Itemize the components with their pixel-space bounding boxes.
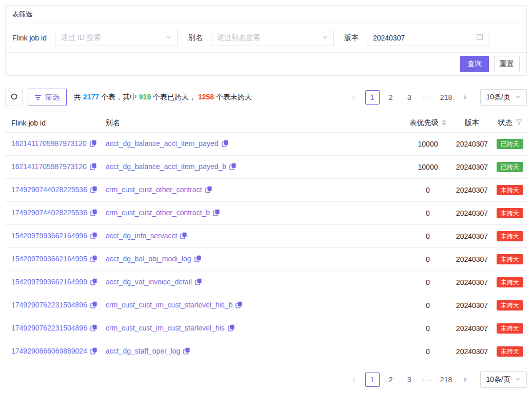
copy-icon[interactable] [213,209,220,218]
version-date-input[interactable]: 20240307 [367,30,489,46]
alias-label: 别名 [188,33,203,43]
alias-link[interactable]: crm_cust_cust_other_contract [106,185,202,194]
job-id-label: Flink job id [12,34,47,42]
prev-page-icon[interactable] [347,373,361,387]
page-button-1[interactable]: 1 [365,373,380,387]
version-cell: 20240307 [451,294,493,317]
table-row: 1749290866069889024 acct_dg_staff_oper_l… [5,340,527,363]
table-row: 1749290762231504896 crm_cust_cust_im_cus… [5,317,527,340]
version-cell: 20240307 [451,271,493,294]
copy-icon[interactable] [195,278,202,287]
chevron-down-icon [322,34,328,42]
copy-icon[interactable] [90,324,97,333]
copy-icon[interactable] [228,324,235,333]
alias-link[interactable]: acct_dg_bal_obj_modi_log [106,255,191,263]
table-row: 1542097993662164999 acct_dg_vat_invoice_… [5,271,527,294]
next-page-icon[interactable] [458,90,472,105]
priority-cell: 0 [405,224,451,247]
copy-icon[interactable] [229,163,237,172]
page-button-3[interactable]: 3 [402,373,417,387]
page-button-2[interactable]: 2 [384,373,398,387]
copy-icon[interactable] [90,278,97,287]
column-filter-icon[interactable] [516,119,522,127]
copy-icon[interactable] [90,140,97,149]
tables-table: Flink job id 别名 表优先级 版本 状态 [5,114,527,363]
copy-icon[interactable] [194,255,202,264]
job-id-link[interactable]: 1542097993662164996 [11,232,87,240]
filter-toggle-button[interactable]: 筛选 [28,89,67,106]
priority-cell: 10000 [405,155,451,178]
summary-total-count: 2177 [83,93,99,101]
job-id-select[interactable]: 通过 ID 搜索 [55,30,178,46]
job-id-link[interactable]: 1749290744028225536 [11,185,87,194]
col-header-status-label: 状态 [498,118,513,128]
copy-icon[interactable] [205,186,212,195]
copy-icon[interactable] [222,140,229,149]
job-id-link[interactable]: 1749290762231504896 [11,324,87,332]
filter-actions: 查询 重置 [6,53,526,75]
alias-link[interactable]: crm_cust_cust_im_cust_starlevel_his_b [106,301,232,309]
copy-icon[interactable] [90,232,97,241]
col-header-version: 版本 [451,114,493,132]
alias-select[interactable]: 通过别名搜索 [211,30,334,46]
sort-icon[interactable] [442,119,446,126]
job-id-link[interactable]: 1749290744028225536 [11,209,87,217]
alias-link[interactable]: acct_dg_balance_acct_item_payed [106,139,219,148]
page-button-2[interactable]: 2 [384,90,398,105]
page-size-select[interactable]: 10条/页 [480,89,527,106]
table-row: 1749290762231504896 crm_cust_cust_im_cus… [5,294,527,317]
status-badge: 未跨天 [497,323,523,334]
version-label: 版本 [344,33,359,43]
table-row: 1542097993662164995 acct_dg_bal_obj_modi… [5,247,527,271]
toolbar: 筛选 共 2177 个表，其中 919 个表已跨天， 1258 个表未跨天 1 … [5,89,527,106]
job-id-link[interactable]: 1542097993662164999 [11,278,87,286]
version-cell: 20240307 [451,340,493,363]
copy-icon[interactable] [235,301,243,310]
col-header-priority-label: 表优先级 [410,118,439,128]
pagination-bottom-wrap: 1 2 3 ··· 218 10条/页 [5,371,527,388]
version-cell: 20240307 [451,132,493,155]
prev-page-icon[interactable] [347,90,361,105]
copy-icon[interactable] [90,163,97,172]
alias-link[interactable]: acct_dg_balance_acct_item_payed_b [106,162,226,171]
refresh-button[interactable] [5,89,23,106]
job-id-link[interactable]: 1749290866069889024 [11,347,87,355]
query-button[interactable]: 查询 [460,56,489,72]
page-ellipsis[interactable]: ··· [421,373,435,387]
copy-icon[interactable] [90,347,97,356]
alias-placeholder: 通过别名搜索 [217,33,260,43]
page: 表筛选 Flink job id 通过 ID 搜索 别名 通过别名搜索 [0,0,532,393]
reset-button[interactable]: 重置 [494,56,520,72]
page-button-1[interactable]: 1 [365,90,380,105]
col-header-alias: 别名 [106,114,405,132]
summary-seg: 个表，其中 [99,93,139,101]
job-id-link[interactable]: 1749290762231504896 [11,301,87,309]
page-size-value: 10条/页 [486,93,510,102]
priority-cell: 0 [405,294,451,317]
copy-icon[interactable] [180,232,187,241]
page-button-last[interactable]: 218 [439,373,454,387]
page-button-3[interactable]: 3 [402,90,417,105]
refresh-icon [10,93,18,102]
alias-link[interactable]: acct_dg_info_servacct [106,232,177,240]
copy-icon[interactable] [183,347,190,356]
page-size-select[interactable]: 10条/页 [480,371,527,388]
status-badge: 已跨天 [497,162,523,172]
page-button-last[interactable]: 218 [439,90,454,105]
summary-crossed-count: 919 [139,93,151,101]
job-id-link[interactable]: 1621411705987973120 [11,162,87,171]
page-ellipsis[interactable]: ··· [421,90,435,105]
alias-link[interactable]: acct_dg_staff_oper_log [106,347,180,355]
version-cell: 20240307 [451,224,493,247]
copy-icon[interactable] [90,209,97,218]
copy-icon[interactable] [90,186,97,195]
copy-icon[interactable] [90,301,97,310]
next-page-icon[interactable] [458,373,472,387]
copy-icon[interactable] [90,255,97,264]
job-id-link[interactable]: 1542097993662164995 [11,255,87,263]
alias-link[interactable]: crm_cust_cust_im_cust_starlevel_his [106,324,225,332]
alias-link[interactable]: crm_cust_cust_other_contract_b [106,209,210,217]
job-id-link[interactable]: 1621411705987973120 [11,139,87,148]
summary-seg: 个表未跨天 [214,93,252,101]
alias-link[interactable]: acct_dg_vat_invoice_detail [106,278,192,286]
